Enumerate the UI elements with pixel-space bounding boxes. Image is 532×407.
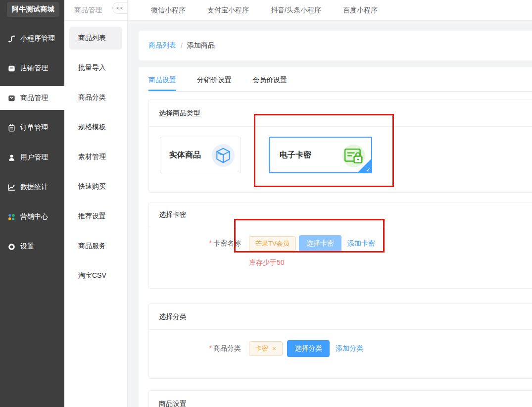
product-type-ecard-card[interactable]: 电子卡密 ✓ xyxy=(269,137,372,173)
tab-distribution-price[interactable]: 分销价设置 xyxy=(197,72,232,91)
product-type-label: 电子卡密 xyxy=(280,150,311,160)
box-icon xyxy=(212,144,235,167)
card-name-label: *卡密名称 xyxy=(149,239,241,248)
tab-goods-settings[interactable]: 商品设置 xyxy=(148,72,176,91)
platform-tab-alipay[interactable]: 支付宝小程序 xyxy=(207,6,249,15)
section-title: 选择分类 xyxy=(149,304,532,330)
sidebar-item-shop[interactable]: 店铺管理 xyxy=(0,53,64,83)
secondary-nav: 商品列表 批量导入 商品分类 规格模板 素材管理 快速购买 推荐设置 商品服务 … xyxy=(64,21,127,291)
tab-member-price[interactable]: 会员价设置 xyxy=(252,72,287,91)
sidebar-item-label: 商品管理 xyxy=(20,94,48,102)
user-icon xyxy=(7,153,16,162)
add-goods-form: 商品设置 分销价设置 会员价设置 选择商品类型 实体商品 电子卡密 xyxy=(139,67,532,407)
sidebar-item-stats[interactable]: 数据统计 xyxy=(0,172,64,202)
platform-tab-baidu[interactable]: 百度小程序 xyxy=(343,6,378,15)
secondary-sidebar-header: 商品管理 << xyxy=(64,0,127,21)
platform-tab-wechat[interactable]: 微信小程序 xyxy=(151,6,186,15)
sidebar-item-goods[interactable]: 商品管理 xyxy=(0,86,64,110)
submenu-item-material[interactable]: 素材管理 xyxy=(64,142,127,172)
sidebar-item-users[interactable]: 用户管理 xyxy=(0,143,64,172)
miniprogram-icon xyxy=(7,35,16,43)
form-tab-bar: 商品设置 分销价设置 会员价设置 xyxy=(148,72,532,92)
selected-category-tag: 卡密× xyxy=(249,341,283,356)
sidebar-item-label: 设置 xyxy=(20,242,34,251)
stock-warning-text: 库存少于50 xyxy=(249,258,527,267)
section-goods-settings: 商品设置 xyxy=(148,390,532,407)
section-title: 商品设置 xyxy=(149,391,532,407)
breadcrumb-current-page: 添加商品 xyxy=(187,41,215,50)
top-platform-bar: 微信小程序 支付宝小程序 抖音/头条小程序 百度小程序 xyxy=(128,0,532,21)
select-card-button[interactable]: 选择卡密 xyxy=(299,235,341,252)
sidebar-item-settings[interactable]: 设置 xyxy=(0,232,64,261)
sidebar-item-label: 小程序管理 xyxy=(20,34,55,43)
submenu-item-goods-category[interactable]: 商品分类 xyxy=(64,83,127,112)
secondary-sidebar-title: 商品管理 xyxy=(74,6,102,15)
product-type-label: 实体商品 xyxy=(169,150,201,160)
select-category-button[interactable]: 选择分类 xyxy=(287,340,330,357)
goods-category-row: *商品分类 卡密× 选择分类 添加分类 xyxy=(149,340,527,357)
add-category-link[interactable]: 添加分类 xyxy=(336,344,363,353)
section-title: 选择商品类型 xyxy=(149,100,532,127)
section-product-type: 选择商品类型 实体商品 电子卡密 ✓ xyxy=(148,100,532,193)
submenu-item-quick-buy[interactable]: 快速购买 xyxy=(64,172,127,202)
submenu-item-taobao-csv[interactable]: 淘宝CSV xyxy=(64,261,127,291)
check-icon: ✓ xyxy=(366,166,371,173)
breadcrumb-goods-list-link[interactable]: 商品列表 xyxy=(148,41,176,50)
order-icon xyxy=(7,124,16,132)
sidebar-item-label: 店铺管理 xyxy=(20,64,48,73)
main-area: 商品列表 / 添加商品 商品设置 分销价设置 会员价设置 选择商品类型 实体商品… xyxy=(128,21,532,407)
stats-icon xyxy=(7,183,16,192)
sidebar-item-miniprogram[interactable]: 小程序管理 xyxy=(0,24,64,53)
required-mark: * xyxy=(209,239,212,247)
breadcrumb: 商品列表 / 添加商品 xyxy=(139,31,532,60)
selected-card-tag: 芒果TV会员 xyxy=(249,236,296,251)
sidebar-item-label: 营销中心 xyxy=(20,212,48,221)
sidebar-item-label: 数据统计 xyxy=(20,183,48,192)
goods-icon xyxy=(7,94,16,102)
shop-icon xyxy=(7,64,16,73)
submenu-item-recommend[interactable]: 推荐设置 xyxy=(64,202,127,231)
remove-tag-icon[interactable]: × xyxy=(272,345,276,352)
app-logo: 阿牛测试商城 xyxy=(7,2,59,17)
breadcrumb-separator: / xyxy=(181,42,183,50)
secondary-sidebar: 商品管理 << 商品列表 批量导入 商品分类 规格模板 素材管理 快速购买 推荐… xyxy=(64,0,128,407)
sidebar-item-label: 用户管理 xyxy=(20,153,48,162)
section-title: 选择卡密 xyxy=(149,203,532,227)
product-type-physical-card[interactable]: 实体商品 xyxy=(160,137,241,173)
settings-icon xyxy=(7,243,16,251)
sidebar-item-marketing[interactable]: 营销中心 xyxy=(0,202,64,232)
card-name-row: *卡密名称 芒果TV会员 选择卡密 添加卡密 xyxy=(149,235,527,252)
required-mark: * xyxy=(209,344,212,352)
primary-nav: 小程序管理 店铺管理 商品管理 订单管理 用户管理 xyxy=(0,24,64,261)
goods-category-label: *商品分类 xyxy=(149,344,241,353)
platform-tab-douyin[interactable]: 抖音/头条小程序 xyxy=(271,6,321,15)
product-type-options: 实体商品 电子卡密 ✓ xyxy=(149,127,532,192)
section-card-select: 选择卡密 *卡密名称 芒果TV会员 选择卡密 添加卡密 库存少于50 xyxy=(148,203,532,289)
submenu-item-goods-service[interactable]: 商品服务 xyxy=(64,231,127,261)
submenu-item-goods-list[interactable]: 商品列表 xyxy=(69,27,122,50)
primary-sidebar: 阿牛测试商城 小程序管理 店铺管理 商品管理 订单管理 xyxy=(0,0,64,407)
section-category: 选择分类 *商品分类 卡密× 选择分类 添加分类 xyxy=(148,304,532,379)
collapse-sidebar-button[interactable]: << xyxy=(112,2,127,14)
sidebar-item-label: 订单管理 xyxy=(20,123,48,132)
submenu-item-spec-template[interactable]: 规格模板 xyxy=(64,112,127,142)
submenu-item-batch-import[interactable]: 批量导入 xyxy=(64,53,127,83)
add-card-link[interactable]: 添加卡密 xyxy=(347,239,375,248)
sidebar-item-orders[interactable]: 订单管理 xyxy=(0,113,64,143)
marketing-icon xyxy=(7,213,16,221)
